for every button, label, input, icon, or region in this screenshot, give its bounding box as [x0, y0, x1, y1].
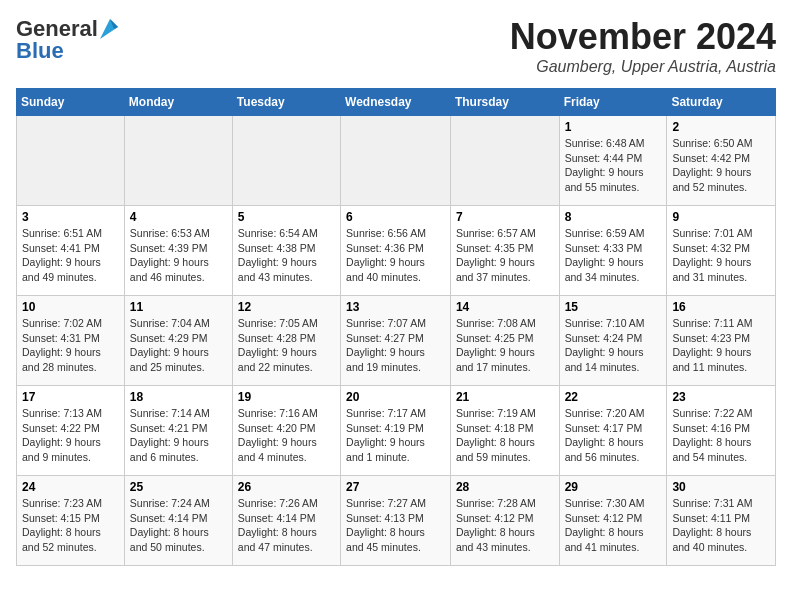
day-number: 17	[22, 390, 119, 404]
calendar-cell: 2Sunrise: 6:50 AM Sunset: 4:42 PM Daylig…	[667, 116, 776, 206]
header-friday: Friday	[559, 89, 667, 116]
page-header: General Blue November 2024 Gaumberg, Upp…	[16, 16, 776, 76]
day-info: Sunrise: 7:11 AM Sunset: 4:23 PM Dayligh…	[672, 316, 770, 375]
calendar-cell	[450, 116, 559, 206]
calendar-cell	[341, 116, 451, 206]
calendar-cell: 10Sunrise: 7:02 AM Sunset: 4:31 PM Dayli…	[17, 296, 125, 386]
calendar-cell: 1Sunrise: 6:48 AM Sunset: 4:44 PM Daylig…	[559, 116, 667, 206]
calendar-cell: 24Sunrise: 7:23 AM Sunset: 4:15 PM Dayli…	[17, 476, 125, 566]
day-number: 26	[238, 480, 335, 494]
day-info: Sunrise: 6:51 AM Sunset: 4:41 PM Dayligh…	[22, 226, 119, 285]
day-number: 10	[22, 300, 119, 314]
day-info: Sunrise: 6:56 AM Sunset: 4:36 PM Dayligh…	[346, 226, 445, 285]
svg-marker-0	[100, 19, 118, 39]
day-info: Sunrise: 6:48 AM Sunset: 4:44 PM Dayligh…	[565, 136, 662, 195]
day-info: Sunrise: 7:28 AM Sunset: 4:12 PM Dayligh…	[456, 496, 554, 555]
calendar-cell: 9Sunrise: 7:01 AM Sunset: 4:32 PM Daylig…	[667, 206, 776, 296]
calendar-cell: 4Sunrise: 6:53 AM Sunset: 4:39 PM Daylig…	[124, 206, 232, 296]
calendar-cell: 11Sunrise: 7:04 AM Sunset: 4:29 PM Dayli…	[124, 296, 232, 386]
day-info: Sunrise: 6:54 AM Sunset: 4:38 PM Dayligh…	[238, 226, 335, 285]
calendar-cell: 30Sunrise: 7:31 AM Sunset: 4:11 PM Dayli…	[667, 476, 776, 566]
calendar-cell: 13Sunrise: 7:07 AM Sunset: 4:27 PM Dayli…	[341, 296, 451, 386]
header-thursday: Thursday	[450, 89, 559, 116]
calendar-cell: 28Sunrise: 7:28 AM Sunset: 4:12 PM Dayli…	[450, 476, 559, 566]
calendar-cell	[232, 116, 340, 206]
day-number: 30	[672, 480, 770, 494]
day-info: Sunrise: 7:24 AM Sunset: 4:14 PM Dayligh…	[130, 496, 227, 555]
day-number: 7	[456, 210, 554, 224]
day-info: Sunrise: 7:13 AM Sunset: 4:22 PM Dayligh…	[22, 406, 119, 465]
day-number: 27	[346, 480, 445, 494]
week-row-4: 17Sunrise: 7:13 AM Sunset: 4:22 PM Dayli…	[17, 386, 776, 476]
day-number: 28	[456, 480, 554, 494]
day-number: 21	[456, 390, 554, 404]
calendar-cell: 16Sunrise: 7:11 AM Sunset: 4:23 PM Dayli…	[667, 296, 776, 386]
day-number: 9	[672, 210, 770, 224]
day-number: 18	[130, 390, 227, 404]
header-row: SundayMondayTuesdayWednesdayThursdayFrid…	[17, 89, 776, 116]
day-info: Sunrise: 7:10 AM Sunset: 4:24 PM Dayligh…	[565, 316, 662, 375]
day-number: 2	[672, 120, 770, 134]
day-info: Sunrise: 6:59 AM Sunset: 4:33 PM Dayligh…	[565, 226, 662, 285]
day-info: Sunrise: 7:26 AM Sunset: 4:14 PM Dayligh…	[238, 496, 335, 555]
day-number: 14	[456, 300, 554, 314]
day-number: 12	[238, 300, 335, 314]
day-info: Sunrise: 7:14 AM Sunset: 4:21 PM Dayligh…	[130, 406, 227, 465]
calendar-cell: 29Sunrise: 7:30 AM Sunset: 4:12 PM Dayli…	[559, 476, 667, 566]
day-number: 5	[238, 210, 335, 224]
day-info: Sunrise: 7:27 AM Sunset: 4:13 PM Dayligh…	[346, 496, 445, 555]
calendar-cell: 18Sunrise: 7:14 AM Sunset: 4:21 PM Dayli…	[124, 386, 232, 476]
day-info: Sunrise: 6:53 AM Sunset: 4:39 PM Dayligh…	[130, 226, 227, 285]
day-info: Sunrise: 7:16 AM Sunset: 4:20 PM Dayligh…	[238, 406, 335, 465]
calendar-cell: 5Sunrise: 6:54 AM Sunset: 4:38 PM Daylig…	[232, 206, 340, 296]
day-number: 8	[565, 210, 662, 224]
calendar-cell: 20Sunrise: 7:17 AM Sunset: 4:19 PM Dayli…	[341, 386, 451, 476]
day-info: Sunrise: 6:50 AM Sunset: 4:42 PM Dayligh…	[672, 136, 770, 195]
header-tuesday: Tuesday	[232, 89, 340, 116]
header-sunday: Sunday	[17, 89, 125, 116]
calendar-cell: 7Sunrise: 6:57 AM Sunset: 4:35 PM Daylig…	[450, 206, 559, 296]
day-number: 6	[346, 210, 445, 224]
header-monday: Monday	[124, 89, 232, 116]
day-info: Sunrise: 7:04 AM Sunset: 4:29 PM Dayligh…	[130, 316, 227, 375]
day-info: Sunrise: 6:57 AM Sunset: 4:35 PM Dayligh…	[456, 226, 554, 285]
logo-bird-icon	[100, 19, 118, 39]
calendar-cell: 19Sunrise: 7:16 AM Sunset: 4:20 PM Dayli…	[232, 386, 340, 476]
calendar-cell: 23Sunrise: 7:22 AM Sunset: 4:16 PM Dayli…	[667, 386, 776, 476]
calendar-cell: 27Sunrise: 7:27 AM Sunset: 4:13 PM Dayli…	[341, 476, 451, 566]
day-info: Sunrise: 7:07 AM Sunset: 4:27 PM Dayligh…	[346, 316, 445, 375]
day-number: 13	[346, 300, 445, 314]
header-saturday: Saturday	[667, 89, 776, 116]
day-number: 19	[238, 390, 335, 404]
day-number: 11	[130, 300, 227, 314]
day-number: 4	[130, 210, 227, 224]
day-info: Sunrise: 7:20 AM Sunset: 4:17 PM Dayligh…	[565, 406, 662, 465]
week-row-3: 10Sunrise: 7:02 AM Sunset: 4:31 PM Dayli…	[17, 296, 776, 386]
calendar-cell: 12Sunrise: 7:05 AM Sunset: 4:28 PM Dayli…	[232, 296, 340, 386]
week-row-2: 3Sunrise: 6:51 AM Sunset: 4:41 PM Daylig…	[17, 206, 776, 296]
day-info: Sunrise: 7:02 AM Sunset: 4:31 PM Dayligh…	[22, 316, 119, 375]
calendar-cell: 6Sunrise: 6:56 AM Sunset: 4:36 PM Daylig…	[341, 206, 451, 296]
day-number: 20	[346, 390, 445, 404]
day-info: Sunrise: 7:30 AM Sunset: 4:12 PM Dayligh…	[565, 496, 662, 555]
calendar-table: SundayMondayTuesdayWednesdayThursdayFrid…	[16, 88, 776, 566]
day-number: 3	[22, 210, 119, 224]
calendar-cell: 14Sunrise: 7:08 AM Sunset: 4:25 PM Dayli…	[450, 296, 559, 386]
day-info: Sunrise: 7:23 AM Sunset: 4:15 PM Dayligh…	[22, 496, 119, 555]
week-row-1: 1Sunrise: 6:48 AM Sunset: 4:44 PM Daylig…	[17, 116, 776, 206]
title-block: November 2024 Gaumberg, Upper Austria, A…	[510, 16, 776, 76]
calendar-cell: 8Sunrise: 6:59 AM Sunset: 4:33 PM Daylig…	[559, 206, 667, 296]
day-info: Sunrise: 7:19 AM Sunset: 4:18 PM Dayligh…	[456, 406, 554, 465]
calendar-cell: 22Sunrise: 7:20 AM Sunset: 4:17 PM Dayli…	[559, 386, 667, 476]
calendar-cell: 25Sunrise: 7:24 AM Sunset: 4:14 PM Dayli…	[124, 476, 232, 566]
day-number: 23	[672, 390, 770, 404]
header-wednesday: Wednesday	[341, 89, 451, 116]
logo: General Blue	[16, 16, 118, 64]
day-info: Sunrise: 7:08 AM Sunset: 4:25 PM Dayligh…	[456, 316, 554, 375]
calendar-cell: 17Sunrise: 7:13 AM Sunset: 4:22 PM Dayli…	[17, 386, 125, 476]
day-number: 22	[565, 390, 662, 404]
calendar-cell	[124, 116, 232, 206]
day-info: Sunrise: 7:17 AM Sunset: 4:19 PM Dayligh…	[346, 406, 445, 465]
calendar-cell: 15Sunrise: 7:10 AM Sunset: 4:24 PM Dayli…	[559, 296, 667, 386]
day-number: 24	[22, 480, 119, 494]
